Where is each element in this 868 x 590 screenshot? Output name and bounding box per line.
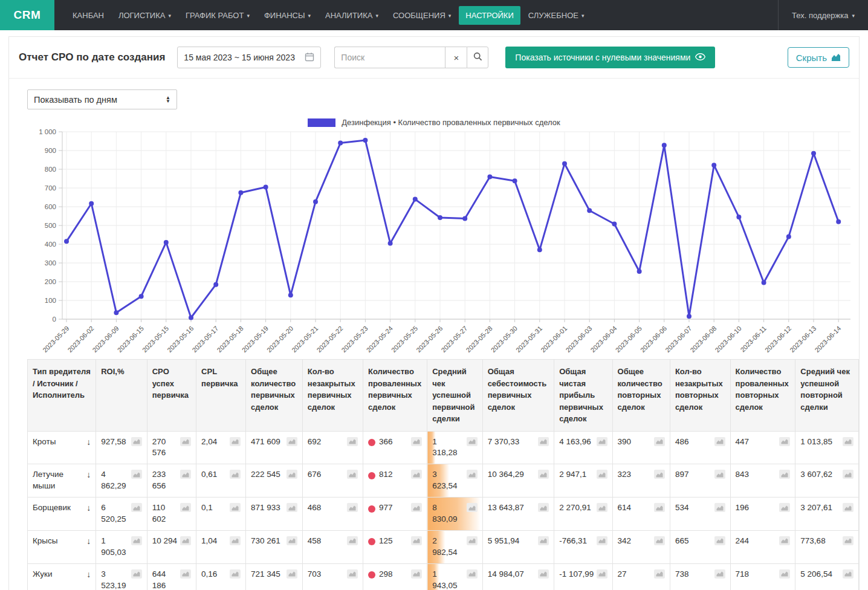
drilldown-arrow-icon[interactable]: ↓ [86, 469, 91, 481]
data-point[interactable] [711, 163, 716, 167]
cell-chart-icon[interactable] [230, 437, 241, 446]
drilldown-arrow-icon[interactable]: ↓ [86, 436, 91, 449]
cell-chart-icon[interactable] [287, 569, 297, 579]
cell-chart-icon[interactable] [347, 536, 358, 545]
cell-chart-icon[interactable] [654, 437, 665, 446]
column-header-7[interactable]: Средний чек успешной первичной сделки [427, 360, 482, 432]
data-point[interactable] [736, 215, 741, 219]
cell-chart-icon[interactable] [714, 569, 725, 579]
data-point[interactable] [462, 216, 467, 221]
data-point[interactable] [662, 143, 667, 148]
column-header-1[interactable]: ROI,% [96, 360, 147, 432]
cell-chart-icon[interactable] [779, 536, 790, 545]
cell-chart-icon[interactable] [131, 536, 142, 545]
nav-item-6[interactable]: НАСТРОЙКИ [459, 6, 520, 25]
cell-chart-icon[interactable] [467, 503, 478, 512]
cell-chart-icon[interactable] [597, 536, 607, 545]
data-point[interactable] [164, 240, 169, 245]
cell-chart-icon[interactable] [654, 470, 665, 479]
cell-chart-icon[interactable] [131, 503, 142, 512]
data-point[interactable] [811, 151, 816, 156]
data-point[interactable] [438, 215, 442, 220]
data-point[interactable] [562, 161, 567, 166]
cell-chart-icon[interactable] [714, 503, 725, 512]
data-point[interactable] [213, 282, 218, 287]
data-point[interactable] [313, 199, 318, 204]
search-button[interactable] [467, 47, 488, 68]
cell-chart-icon[interactable] [411, 536, 422, 545]
cell-chart-icon[interactable] [347, 569, 358, 579]
column-header-13[interactable]: Средний чек успешной повторной сделки [795, 360, 859, 432]
cell-chart-icon[interactable] [230, 569, 241, 579]
column-header-5[interactable]: Кол-во незакрытых первичных сделок [302, 360, 363, 432]
data-point[interactable] [264, 184, 268, 189]
data-point[interactable] [139, 294, 144, 299]
nav-item-4[interactable]: АНАЛИТИКА▾ [319, 6, 385, 25]
cell-chart-icon[interactable] [538, 470, 549, 479]
nav-item-1[interactable]: ЛОГИСТИКА▾ [112, 6, 178, 25]
cell-chart-icon[interactable] [467, 569, 478, 579]
search-input[interactable] [334, 47, 445, 68]
cell-chart-icon[interactable] [538, 536, 549, 545]
cell-chart-icon[interactable] [654, 569, 665, 579]
date-range-input[interactable]: 15 мая 2023 ~ 15 июня 2023 [177, 47, 321, 68]
cell-chart-icon[interactable] [287, 503, 297, 512]
data-point[interactable] [114, 310, 118, 315]
column-header-9[interactable]: Общая чистая прибыль первичных сделок [554, 360, 612, 432]
nav-item-0[interactable]: КАНБАН [66, 6, 111, 25]
cell-chart-icon[interactable] [843, 569, 853, 579]
cell-chart-icon[interactable] [779, 503, 790, 512]
data-point[interactable] [413, 197, 418, 202]
nav-item-7[interactable]: СЛУЖЕБНОЕ▾ [522, 6, 591, 25]
cell-chart-icon[interactable] [843, 437, 853, 446]
data-point[interactable] [612, 222, 617, 227]
cell-chart-icon[interactable] [411, 503, 422, 512]
cell-chart-icon[interactable] [779, 569, 790, 579]
clear-search-button[interactable]: × [445, 47, 467, 68]
hide-chart-button[interactable]: Скрыть [788, 47, 849, 68]
cell-chart-icon[interactable] [597, 437, 607, 446]
cell-chart-icon[interactable] [714, 536, 725, 545]
data-point[interactable] [836, 219, 841, 224]
cell-chart-icon[interactable] [347, 503, 358, 512]
column-header-3[interactable]: CPL первичка [196, 360, 246, 432]
cell-chart-icon[interactable] [467, 470, 478, 479]
cell-chart-icon[interactable] [654, 536, 665, 545]
data-point[interactable] [238, 190, 243, 195]
cell-chart-icon[interactable] [347, 437, 358, 446]
column-header-8[interactable]: Общая себестоимость первичных сделок [482, 360, 554, 432]
cell-chart-icon[interactable] [714, 470, 725, 479]
cell-chart-icon[interactable] [467, 536, 478, 545]
cell-chart-icon[interactable] [843, 536, 853, 545]
drilldown-arrow-icon[interactable]: ↓ [86, 569, 91, 581]
nav-item-2[interactable]: ГРАФИК РАБОТ▾ [179, 6, 256, 25]
cell-chart-icon[interactable] [287, 437, 297, 446]
data-point[interactable] [786, 235, 791, 239]
cell-chart-icon[interactable] [779, 470, 790, 479]
cell-chart-icon[interactable] [230, 470, 241, 479]
data-point[interactable] [288, 293, 293, 297]
cell-chart-icon[interactable] [230, 536, 241, 545]
data-point[interactable] [89, 201, 94, 206]
cell-chart-icon[interactable] [131, 569, 142, 579]
cell-chart-icon[interactable] [411, 470, 422, 479]
cell-chart-icon[interactable] [597, 569, 607, 579]
data-point[interactable] [637, 269, 642, 274]
column-header-2[interactable]: CPO успех первичка [147, 360, 196, 432]
cell-chart-icon[interactable] [597, 470, 607, 479]
cell-chart-icon[interactable] [180, 503, 191, 512]
cell-chart-icon[interactable] [538, 503, 549, 512]
data-point[interactable] [189, 316, 193, 320]
show-zero-sources-button[interactable]: Показать источники с нулевыми значениями [505, 47, 715, 68]
cell-chart-icon[interactable] [597, 503, 607, 512]
cell-chart-icon[interactable] [538, 437, 549, 446]
cell-chart-icon[interactable] [411, 569, 422, 579]
cell-chart-icon[interactable] [843, 470, 853, 479]
support-menu[interactable]: Тех. поддержка ▾ [778, 0, 868, 30]
cell-chart-icon[interactable] [714, 437, 725, 446]
data-point[interactable] [513, 178, 517, 183]
cell-chart-icon[interactable] [180, 536, 191, 545]
data-point[interactable] [587, 208, 592, 213]
cell-chart-icon[interactable] [131, 470, 142, 479]
cell-chart-icon[interactable] [230, 503, 241, 512]
